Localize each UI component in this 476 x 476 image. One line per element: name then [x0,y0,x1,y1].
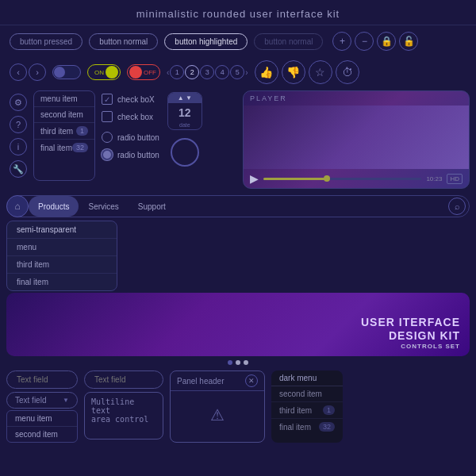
toggle-off-switch[interactable] [52,65,81,79]
nav-tab-support[interactable]: Support [129,196,175,217]
panel-header-label: Panel header [177,377,225,386]
dd-item-3[interactable]: third item [7,256,117,274]
button-normal[interactable]: button normal [89,33,158,50]
checkbox-1-box[interactable] [102,94,113,105]
settings-icons: ⚙ ? i 🔧 [6,90,30,181]
page-3[interactable]: 3 [200,65,214,79]
page-2[interactable]: 2 [185,65,199,79]
star-icon[interactable]: ☆ [309,60,332,84]
dropdown-header[interactable]: Text field ▼ [6,392,78,409]
menu-item-4-badge: 32 [72,143,88,152]
nav-bar: ⌂ Products Services Support ⌕ [6,195,470,217]
bottom-row: Text field ▼ menu item second item Multi… [0,367,476,446]
button-pressed[interactable]: button pressed [10,33,83,50]
menu-item-2-label: second item [40,110,83,119]
panel-close-btn[interactable]: ✕ [245,374,258,387]
checkbox-2[interactable]: check box [102,111,159,122]
lock-icon[interactable]: 🔒 [377,32,396,51]
icon-buttons: + − 🔒 🔓 [332,32,418,51]
menu-item-3[interactable]: third item 1 [34,123,94,140]
button-disabled[interactable]: button normal [254,33,323,50]
dm-item-2-label: third item [279,406,312,415]
page-4[interactable]: 4 [215,65,229,79]
dd-item-1[interactable]: semi-transparent [7,221,117,239]
df-item-2[interactable]: second item [7,427,77,442]
hero-text: USER ITERFACEDESIGN KIT CONTROLS SET [361,316,460,350]
dark-menu-item-1[interactable]: second item [271,386,343,402]
nav-tab-services[interactable]: Services [79,196,128,217]
nav-dropdown: semi-transparent menu third item final i… [6,221,117,291]
multiline-field[interactable]: Multiline text area control [84,392,163,440]
hero-title: USER ITERFACEDESIGN KIT [361,316,460,343]
toggle-on-knob [106,66,118,79]
menu-item-1-label: menu item [40,94,78,103]
checkbox-2-box[interactable] [102,111,113,122]
radio-1[interactable]: radio button [102,132,159,143]
lock2-icon[interactable]: 🔓 [399,32,418,51]
menu-item-2[interactable]: second item [34,107,94,123]
minus-icon[interactable]: − [355,32,374,51]
cal-header: ▲ ▼ [168,93,202,103]
dd-item-4[interactable]: final item [7,274,117,290]
dot-2 [236,360,240,365]
menu-item-4[interactable]: final item 32 [34,140,94,155]
action-icons: 👍 👎 ☆ ⏱ [255,60,359,84]
question-icon[interactable]: ? [10,116,27,133]
radio-2[interactable]: radio button [102,149,159,160]
text-field-1[interactable] [6,370,78,389]
clock-icon[interactable]: ⏱ [336,60,359,84]
text-field-1-group: Text field ▼ menu item second item [6,370,78,443]
nav-home-btn[interactable]: ⌂ [6,195,29,217]
pagination: ‹ 1 2 3 4 5 › [167,65,248,79]
radio-2-btn[interactable] [102,149,113,160]
thumb-down-icon[interactable]: 👎 [282,60,305,84]
text-field-2[interactable] [84,370,163,389]
controls-row: ⚙ ? i 🔧 menu item second item third item… [6,90,236,181]
dropdown-list: menu item second item [6,410,78,443]
dial-control[interactable] [171,138,199,167]
df-item-1[interactable]: menu item [7,411,77,427]
cal-label: date [168,122,202,129]
dot-1 [228,360,232,365]
toggle-off2-switch[interactable]: OFF [127,64,160,80]
nav-tab-products[interactable]: Products [29,196,79,217]
arrow-left[interactable]: ‹ [10,63,27,81]
hero-subtitle: CONTROLS SET [361,343,460,350]
dark-menu-item-3[interactable]: final item 32 [271,419,343,435]
dark-menu-item-2[interactable]: third item 1 [271,402,343,419]
gear-icon[interactable]: ⚙ [10,94,27,111]
cal-number: 12 [168,103,202,122]
main-area: ⚙ ? i 🔧 menu item second item third item… [0,87,476,192]
play-button[interactable]: ▶ [250,172,259,185]
warning-icon: ⚠ [210,405,225,424]
left-panel: ⚙ ? i 🔧 menu item second item third item… [6,90,236,189]
plus-icon[interactable]: + [332,32,351,51]
dd-item-2[interactable]: menu [7,239,117,256]
page-next[interactable]: › [245,68,248,77]
thumb-up-icon[interactable]: 👍 [255,60,278,84]
menu-item-1[interactable]: menu item [34,91,94,107]
page-prev[interactable]: ‹ [167,68,169,77]
dark-menu-header: dark menu [271,370,343,386]
panel-header: Panel header ✕ [171,371,264,391]
page-5[interactable]: 5 [230,65,244,79]
settings-menu: ⚙ ? i 🔧 menu item second item third item… [6,90,95,181]
dropdown-current: Text field [15,396,46,405]
search-button[interactable]: ⌕ [448,198,466,215]
checkbox-1[interactable]: check boX [102,94,159,105]
calendar-widget[interactable]: ▲ ▼ 12 date [167,92,202,130]
menu-list: menu item second item third item 1 final… [33,90,95,181]
page-1[interactable]: 1 [170,65,184,79]
dm-item-2-badge: 1 [323,405,335,415]
button-highlighted[interactable]: button highlighted [164,33,248,50]
dm-item-3-badge: 32 [319,422,335,432]
checkbox-1-label: check boX [117,95,155,104]
radio-1-btn[interactable] [102,132,113,143]
panel-body: ⚠ [171,391,264,439]
info-icon[interactable]: i [10,138,27,155]
progress-bar[interactable] [263,178,421,180]
arrow-right[interactable]: › [29,63,46,81]
wrench-icon[interactable]: 🔧 [10,160,27,178]
menu-item-3-label: third item [40,127,73,136]
toggle-on-switch[interactable]: ON [87,64,121,80]
